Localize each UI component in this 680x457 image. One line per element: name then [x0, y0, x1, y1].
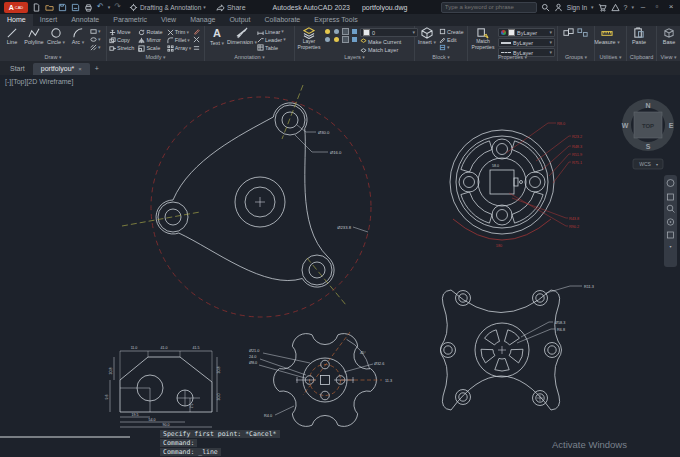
- ungroup-icon[interactable]: [577, 27, 589, 39]
- workspace-switcher[interactable]: Drafting & Annotation ▾: [129, 3, 206, 12]
- tool-circle[interactable]: Circle ▾: [46, 27, 66, 45]
- panel-label-view[interactable]: View ▾: [657, 53, 680, 61]
- file-tab-close-icon[interactable]: ×: [78, 63, 82, 75]
- viewcube-north[interactable]: N: [645, 102, 650, 109]
- ribbon-tab-express-tools[interactable]: Express Tools: [307, 14, 364, 26]
- nav-caret-icon[interactable]: ▾: [669, 244, 671, 249]
- tool-explode[interactable]: [193, 36, 200, 43]
- layer-on-icon[interactable]: [323, 28, 331, 36]
- command-line-row[interactable]: Specify first point: *Cancel*: [160, 430, 280, 438]
- plot-icon[interactable]: [84, 3, 93, 12]
- tool-leader[interactable]: Leader▾: [257, 36, 286, 43]
- tool-fillet[interactable]: Fillet▾: [167, 37, 192, 44]
- model-space[interactable]: Ø30.0Ø16.0Ø233.858.0R8.0R23.2R48.3R51.9R…: [0, 75, 680, 457]
- tool-linear[interactable]: Linear▾: [257, 28, 286, 35]
- minimize-button[interactable]: –: [638, 0, 648, 14]
- navigation-bar[interactable]: [664, 175, 677, 267]
- search-input[interactable]: [441, 2, 537, 13]
- user-icon[interactable]: [554, 3, 563, 12]
- tool-table[interactable]: Table: [257, 44, 286, 51]
- viewport-controls[interactable]: [-][Top][2D Wireframe]: [5, 78, 73, 85]
- layer-unisolate-icon[interactable]: [332, 36, 340, 44]
- tool-create-block[interactable]: Create: [439, 28, 464, 35]
- layer-walk-icon[interactable]: [350, 36, 358, 44]
- viewcube-south[interactable]: S: [646, 143, 651, 150]
- panel-label-draw[interactable]: Draw ▾: [0, 53, 106, 61]
- tool-match-properties[interactable]: Match Properties: [470, 27, 496, 50]
- panel-label-utilities[interactable]: Utilities ▾: [595, 53, 626, 61]
- tool-copy[interactable]: Copy: [109, 37, 134, 44]
- tool-scale[interactable]: Scale: [138, 45, 162, 52]
- layer-isolate-icon[interactable]: [323, 36, 331, 44]
- redo-icon[interactable]: ↷: [114, 2, 121, 12]
- new-tab-button[interactable]: +: [90, 63, 104, 75]
- ribbon-tab-view[interactable]: View: [154, 14, 183, 26]
- store-cart-icon[interactable]: [598, 3, 607, 12]
- help-icon[interactable]: ?: [624, 4, 628, 11]
- layer-color-icon[interactable]: [350, 28, 358, 36]
- ribbon-tab-annotate[interactable]: Annotate: [64, 14, 106, 26]
- make-current-button[interactable]: Make Current: [360, 38, 418, 45]
- ribbon-tab-home[interactable]: Home: [0, 14, 33, 26]
- layer-freeze-icon[interactable]: [332, 28, 340, 36]
- sign-in-button[interactable]: Sign In: [567, 4, 587, 11]
- open-folder-icon[interactable]: [45, 3, 54, 12]
- panel-label-modify[interactable]: Modify ▾: [107, 53, 204, 61]
- tool-trim[interactable]: Trim▾: [167, 29, 192, 36]
- layer-off-icon[interactable]: [341, 36, 349, 44]
- undo-icon[interactable]: ↶: [97, 2, 104, 12]
- tool-block-attributes[interactable]: ▾: [439, 44, 464, 51]
- tool-offset[interactable]: [193, 44, 200, 51]
- tool-arc[interactable]: Arc ▾: [68, 27, 88, 45]
- tool-move[interactable]: Move: [109, 29, 134, 36]
- match-layer-button[interactable]: Match Layer: [360, 46, 418, 53]
- panel-label-properties[interactable]: Properties ▾: [468, 53, 557, 61]
- lineweight-dropdown[interactable]: ByLayer ▾: [498, 38, 555, 47]
- tool-dimension[interactable]: Dimension ▾: [229, 27, 255, 45]
- ribbon-tab-manage[interactable]: Manage: [183, 14, 222, 26]
- ribbon-tab-parametric[interactable]: Parametric: [106, 14, 154, 26]
- tool-array[interactable]: Array▾: [167, 45, 192, 52]
- viewcube-west[interactable]: W: [622, 122, 629, 129]
- command-line-row[interactable]: Command:: [160, 439, 197, 447]
- tool-rotate[interactable]: Rotate: [138, 29, 162, 36]
- drawing-canvas[interactable]: Ø30.0Ø16.0Ø233.858.0R8.0R23.2R48.3R51.9R…: [0, 75, 680, 457]
- restore-button[interactable]: ▫: [652, 0, 662, 14]
- tool-hatch[interactable]: ▾: [90, 44, 101, 51]
- save-as-icon[interactable]: [71, 3, 80, 12]
- panel-label-block[interactable]: Block ▾: [415, 53, 467, 61]
- file-tab-document[interactable]: portfolyou* ×: [33, 63, 90, 75]
- tool-base[interactable]: Base: [659, 27, 679, 45]
- tool-edit-block[interactable]: Edit: [439, 36, 464, 43]
- tool-stretch[interactable]: Stretch: [109, 45, 134, 52]
- app-store-icon[interactable]: [611, 3, 620, 12]
- tool-mirror[interactable]: Mirror: [138, 37, 162, 44]
- ribbon-tab-output[interactable]: Output: [222, 14, 257, 26]
- sign-in-caret-icon[interactable]: ▾: [591, 5, 594, 10]
- layer-dropdown[interactable]: 0 ▾: [360, 28, 418, 37]
- tool-ellipse[interactable]: ▾: [90, 36, 101, 43]
- command-line-window[interactable]: Specify first point: *Cancel*Command:Com…: [160, 430, 280, 456]
- save-icon[interactable]: [58, 3, 67, 12]
- file-tab-start[interactable]: Start: [2, 63, 33, 75]
- tool-insert[interactable]: Insert ▾: [417, 27, 437, 45]
- tool-paste[interactable]: Paste: [629, 27, 649, 45]
- tool-line[interactable]: Line: [2, 27, 22, 45]
- share-button[interactable]: Share: [216, 3, 246, 12]
- tool-erase[interactable]: [193, 28, 200, 35]
- ribbon-tab-insert[interactable]: Insert: [33, 14, 65, 26]
- layer-lock-icon[interactable]: [341, 28, 349, 36]
- viewcube-east[interactable]: E: [669, 122, 674, 129]
- object-color-dropdown[interactable]: ByLayer ▾: [498, 28, 555, 37]
- panel-label-layers[interactable]: Layers ▾: [295, 53, 414, 61]
- ribbon-tab-collaborate[interactable]: Collaborate: [257, 14, 307, 26]
- panel-label-annotation[interactable]: Annotation ▾: [205, 53, 294, 61]
- close-button[interactable]: ×: [666, 0, 676, 14]
- tool-measure[interactable]: Measure ▾: [597, 27, 617, 45]
- tool-text[interactable]: A Text ▾: [207, 27, 227, 46]
- tool-rectangle[interactable]: ▾: [90, 28, 101, 35]
- help-caret-icon[interactable]: ▾: [631, 5, 634, 10]
- tool-layer-properties[interactable]: Layer Properties: [297, 27, 321, 50]
- tool-polyline[interactable]: Polyline: [24, 27, 44, 45]
- panel-label-groups[interactable]: Groups ▾: [558, 53, 594, 61]
